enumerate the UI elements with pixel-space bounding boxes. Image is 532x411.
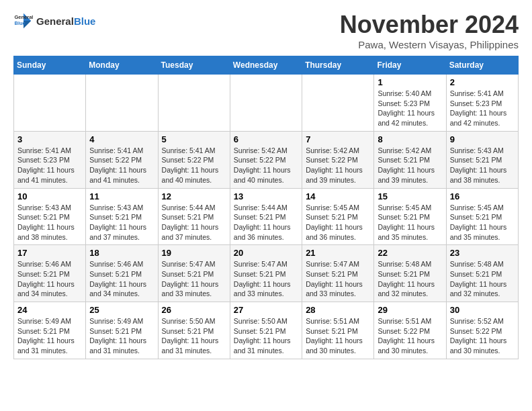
day-number: 30 (450, 305, 515, 315)
day-info: Sunrise: 5:40 AM Sunset: 5:23 PM Dayligh… (378, 89, 442, 128)
day-number: 7 (306, 134, 370, 144)
day-info: Sunrise: 5:50 AM Sunset: 5:21 PM Dayligh… (234, 316, 298, 356)
table-row: 15Sunrise: 5:45 AM Sunset: 5:21 PM Dayli… (374, 188, 446, 245)
day-info: Sunrise: 5:43 AM Sunset: 5:21 PM Dayligh… (89, 203, 154, 242)
calendar-header-row: Sunday Monday Tuesday Wednesday Thursday… (14, 56, 519, 75)
table-row: 17Sunrise: 5:46 AM Sunset: 5:21 PM Dayli… (14, 245, 86, 302)
header-wednesday: Wednesday (230, 56, 302, 75)
table-row: 7Sunrise: 5:42 AM Sunset: 5:22 PM Daylig… (302, 131, 374, 188)
day-info: Sunrise: 5:51 AM Sunset: 5:21 PM Dayligh… (306, 316, 370, 356)
table-row: 2Sunrise: 5:41 AM Sunset: 5:23 PM Daylig… (446, 75, 518, 132)
table-row: 14Sunrise: 5:45 AM Sunset: 5:21 PM Dayli… (302, 188, 374, 245)
day-info: Sunrise: 5:42 AM Sunset: 5:21 PM Dayligh… (378, 146, 442, 185)
month-title: November 2024 (340, 11, 519, 39)
day-number: 21 (306, 248, 370, 258)
day-info: Sunrise: 5:51 AM Sunset: 5:22 PM Dayligh… (378, 316, 442, 356)
table-row: 30Sunrise: 5:52 AM Sunset: 5:22 PM Dayli… (446, 302, 518, 359)
day-number: 26 (162, 305, 226, 315)
table-row (302, 75, 374, 132)
calendar-week-row: 24Sunrise: 5:49 AM Sunset: 5:21 PM Dayli… (14, 302, 519, 359)
day-info: Sunrise: 5:42 AM Sunset: 5:22 PM Dayligh… (234, 146, 298, 185)
table-row: 4Sunrise: 5:41 AM Sunset: 5:22 PM Daylig… (86, 131, 158, 188)
day-number: 19 (162, 248, 226, 258)
day-info: Sunrise: 5:44 AM Sunset: 5:21 PM Dayligh… (162, 203, 226, 242)
header: General Blue GeneralBlue November 2024 P… (13, 11, 519, 50)
header-saturday: Saturday (446, 56, 518, 75)
day-info: Sunrise: 5:42 AM Sunset: 5:22 PM Dayligh… (306, 146, 370, 185)
table-row: 5Sunrise: 5:41 AM Sunset: 5:22 PM Daylig… (158, 131, 230, 188)
day-number: 24 (17, 305, 82, 315)
table-row (14, 75, 86, 132)
day-number: 12 (162, 191, 226, 201)
day-info: Sunrise: 5:43 AM Sunset: 5:21 PM Dayligh… (450, 146, 515, 185)
table-row: 20Sunrise: 5:47 AM Sunset: 5:21 PM Dayli… (230, 245, 302, 302)
table-row: 6Sunrise: 5:42 AM Sunset: 5:22 PM Daylig… (230, 131, 302, 188)
day-info: Sunrise: 5:46 AM Sunset: 5:21 PM Dayligh… (89, 259, 154, 299)
table-row: 8Sunrise: 5:42 AM Sunset: 5:21 PM Daylig… (374, 131, 446, 188)
day-number: 15 (378, 191, 442, 201)
day-number: 27 (234, 305, 298, 315)
table-row: 11Sunrise: 5:43 AM Sunset: 5:21 PM Dayli… (86, 188, 158, 245)
title-area: November 2024 Pawa, Western Visayas, Phi… (340, 11, 519, 50)
day-number: 22 (378, 248, 442, 258)
header-tuesday: Tuesday (158, 56, 230, 75)
day-info: Sunrise: 5:49 AM Sunset: 5:21 PM Dayligh… (89, 316, 154, 356)
calendar-week-row: 1Sunrise: 5:40 AM Sunset: 5:23 PM Daylig… (14, 75, 519, 132)
table-row: 3Sunrise: 5:41 AM Sunset: 5:23 PM Daylig… (14, 131, 86, 188)
table-row: 19Sunrise: 5:47 AM Sunset: 5:21 PM Dayli… (158, 245, 230, 302)
day-info: Sunrise: 5:47 AM Sunset: 5:21 PM Dayligh… (306, 259, 370, 299)
table-row: 28Sunrise: 5:51 AM Sunset: 5:21 PM Dayli… (302, 302, 374, 359)
day-info: Sunrise: 5:46 AM Sunset: 5:21 PM Dayligh… (17, 259, 82, 299)
calendar-table: Sunday Monday Tuesday Wednesday Thursday… (13, 56, 519, 359)
day-info: Sunrise: 5:49 AM Sunset: 5:21 PM Dayligh… (17, 316, 82, 356)
table-row: 24Sunrise: 5:49 AM Sunset: 5:21 PM Dayli… (14, 302, 86, 359)
logo-text: GeneralBlue (36, 16, 95, 26)
table-row (158, 75, 230, 132)
day-info: Sunrise: 5:50 AM Sunset: 5:21 PM Dayligh… (162, 316, 226, 356)
day-number: 17 (17, 248, 82, 258)
header-friday: Friday (374, 56, 446, 75)
table-row: 25Sunrise: 5:49 AM Sunset: 5:21 PM Dayli… (86, 302, 158, 359)
table-row: 21Sunrise: 5:47 AM Sunset: 5:21 PM Dayli… (302, 245, 374, 302)
table-row: 18Sunrise: 5:46 AM Sunset: 5:21 PM Dayli… (86, 245, 158, 302)
table-row: 10Sunrise: 5:43 AM Sunset: 5:21 PM Dayli… (14, 188, 86, 245)
table-row: 29Sunrise: 5:51 AM Sunset: 5:22 PM Dayli… (374, 302, 446, 359)
day-number: 9 (450, 134, 515, 144)
logo-icon: General Blue (13, 11, 34, 31)
day-number: 16 (450, 191, 515, 201)
day-number: 28 (306, 305, 370, 315)
day-info: Sunrise: 5:41 AM Sunset: 5:22 PM Dayligh… (162, 146, 226, 185)
table-row (230, 75, 302, 132)
day-number: 5 (162, 134, 226, 144)
day-info: Sunrise: 5:45 AM Sunset: 5:21 PM Dayligh… (378, 203, 442, 242)
header-monday: Monday (86, 56, 158, 75)
day-info: Sunrise: 5:45 AM Sunset: 5:21 PM Dayligh… (306, 203, 370, 242)
day-info: Sunrise: 5:45 AM Sunset: 5:21 PM Dayligh… (450, 203, 515, 242)
header-thursday: Thursday (302, 56, 374, 75)
table-row: 1Sunrise: 5:40 AM Sunset: 5:23 PM Daylig… (374, 75, 446, 132)
day-number: 10 (17, 191, 82, 201)
calendar-week-row: 17Sunrise: 5:46 AM Sunset: 5:21 PM Dayli… (14, 245, 519, 302)
svg-text:General: General (15, 14, 34, 20)
header-sunday: Sunday (14, 56, 86, 75)
day-number: 11 (89, 191, 154, 201)
day-number: 6 (234, 134, 298, 144)
table-row: 9Sunrise: 5:43 AM Sunset: 5:21 PM Daylig… (446, 131, 518, 188)
day-info: Sunrise: 5:41 AM Sunset: 5:23 PM Dayligh… (450, 89, 515, 128)
day-number: 20 (234, 248, 298, 258)
table-row: 16Sunrise: 5:45 AM Sunset: 5:21 PM Dayli… (446, 188, 518, 245)
day-number: 14 (306, 191, 370, 201)
logo: General Blue GeneralBlue (13, 11, 95, 31)
day-number: 25 (89, 305, 154, 315)
day-number: 18 (89, 248, 154, 258)
day-info: Sunrise: 5:41 AM Sunset: 5:22 PM Dayligh… (89, 146, 154, 185)
day-info: Sunrise: 5:48 AM Sunset: 5:21 PM Dayligh… (450, 259, 515, 299)
day-info: Sunrise: 5:47 AM Sunset: 5:21 PM Dayligh… (162, 259, 226, 299)
day-number: 3 (17, 134, 82, 144)
day-info: Sunrise: 5:41 AM Sunset: 5:23 PM Dayligh… (17, 146, 82, 185)
table-row (86, 75, 158, 132)
day-number: 4 (89, 134, 154, 144)
table-row: 22Sunrise: 5:48 AM Sunset: 5:21 PM Dayli… (374, 245, 446, 302)
day-number: 8 (378, 134, 442, 144)
table-row: 23Sunrise: 5:48 AM Sunset: 5:21 PM Dayli… (446, 245, 518, 302)
